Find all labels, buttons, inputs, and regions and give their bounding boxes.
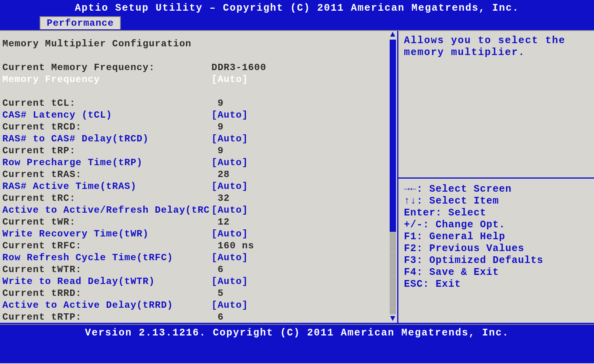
setting-row[interactable]: Write Recovery Time(tWR)[Auto] — [2, 228, 393, 240]
row-value: [Auto] — [211, 228, 393, 240]
setting-row[interactable]: Active to Active Delay(tRRD)[Auto] — [2, 299, 393, 311]
row-value: 28 — [211, 169, 393, 181]
row-value: 9 — [211, 121, 393, 133]
scroll-track[interactable] — [390, 40, 396, 314]
row-label: Write to Read Delay(tWTR) — [2, 276, 211, 288]
row-label: RAS# to CAS# Delay(tRCD) — [2, 133, 211, 145]
row-label: Row Refresh Cycle Time(tRFC) — [2, 252, 211, 264]
row-label: Current tWR: — [2, 216, 211, 228]
row-label: Write Recovery Time(tWR) — [2, 228, 211, 240]
info-row: Current tRFC: 160 ns — [2, 240, 393, 252]
scrollbar[interactable]: ▲ ▼ — [388, 31, 397, 323]
info-row: Current tRTP: 6 — [2, 311, 393, 323]
nav-hint: Enter: Select — [404, 207, 590, 219]
row-label: RAS# Active Time(tRAS) — [2, 181, 211, 192]
scroll-up-icon[interactable]: ▲ — [390, 31, 396, 39]
row-label: Current tRC: — [2, 192, 211, 204]
row-value: [Auto] — [211, 109, 393, 121]
nav-hint: F1: General Help — [404, 231, 590, 243]
tab-row: Performance — [0, 16, 594, 29]
row-value: 9 — [211, 97, 393, 109]
row-label: Current tRFC: — [2, 240, 211, 252]
nav-hint: →←: Select Screen — [404, 183, 590, 195]
row-label: Current tRRD: — [2, 288, 211, 299]
nav-hint: +/-: Change Opt. — [404, 219, 590, 231]
row-label: Current tRAS: — [2, 169, 211, 181]
info-row: Current tRC: 32 — [2, 192, 393, 204]
section-title: Memory Multiplier Configuration — [2, 38, 393, 50]
info-row: Current tRRD: 5 — [2, 288, 393, 299]
setting-row[interactable]: Active to Active/Refresh Delay(tRC[Auto] — [2, 204, 393, 216]
row-value: 5 — [211, 288, 393, 299]
help-text: Allows you to select the memory multipli… — [404, 35, 590, 177]
info-row: Current tRCD: 9 — [2, 121, 393, 133]
row-value: 160 ns — [211, 240, 393, 252]
info-row: Current tWTR: 6 — [2, 264, 393, 276]
row-value: 32 — [211, 192, 393, 204]
spacer — [2, 50, 393, 62]
row-value: [Auto] — [211, 133, 393, 145]
setting-row[interactable]: Row Refresh Cycle Time(tRFC)[Auto] — [2, 252, 393, 264]
row-label: Active to Active Delay(tRRD) — [2, 299, 211, 311]
footer-text: Version 2.13.1216. Copyright (C) 2011 Am… — [0, 327, 594, 339]
row-value: [Auto] — [211, 252, 393, 264]
row-value: 6 — [211, 264, 393, 276]
tab-performance[interactable]: Performance — [40, 16, 121, 29]
body-area: Memory Multiplier Configuration Current … — [0, 31, 594, 324]
row-label: CAS# Latency (tCL) — [2, 109, 211, 121]
divider — [398, 177, 594, 179]
scroll-thumb[interactable] — [390, 40, 396, 232]
nav-hint: F2: Previous Values — [404, 243, 590, 255]
setting-row[interactable]: Row Precharge Time(tRP)[Auto] — [2, 157, 393, 169]
row-value: 6 — [211, 311, 393, 323]
info-row: Current tRAS: 28 — [2, 169, 393, 181]
setting-row[interactable]: Write to Read Delay(tWTR)[Auto] — [2, 276, 393, 288]
setting-row[interactable]: CAS# Latency (tCL)[Auto] — [2, 109, 393, 121]
info-row: Current tCL: 9 — [2, 97, 393, 109]
scroll-down-icon[interactable]: ▼ — [390, 315, 396, 323]
spacer — [2, 86, 393, 97]
info-row: Current tRP: 9 — [2, 145, 393, 157]
header-title: Aptio Setup Utility – Copyright (C) 2011… — [0, 0, 594, 14]
row-value: [Auto] — [211, 276, 393, 288]
info-row: Current tWR: 12 — [2, 216, 393, 228]
settings-list: Current Memory Frequency:DDR3-1600Memory… — [2, 62, 393, 323]
row-value: DDR3-1600 — [211, 62, 393, 74]
nav-hint: F4: Save & Exit — [404, 267, 590, 278]
row-value: [Auto] — [211, 74, 393, 86]
setting-row[interactable]: Memory Frequency[Auto] — [2, 74, 393, 86]
row-value: [Auto] — [211, 181, 393, 192]
row-label: Current tRTP: — [2, 311, 211, 323]
info-row: Current Memory Frequency:DDR3-1600 — [2, 62, 393, 74]
row-value: [Auto] — [211, 204, 393, 216]
header-bar: Aptio Setup Utility – Copyright (C) 2011… — [0, 0, 594, 31]
row-label: Current tWTR: — [2, 264, 211, 276]
row-value: 12 — [211, 216, 393, 228]
footer-bar: Version 2.13.1216. Copyright (C) 2011 Am… — [0, 324, 594, 363]
setting-row[interactable]: RAS# Active Time(tRAS)[Auto] — [2, 181, 393, 192]
nav-help: →←: Select Screen↑↓: Select ItemEnter: S… — [404, 183, 590, 290]
row-label: Current Memory Frequency: — [2, 62, 211, 74]
row-label: Active to Active/Refresh Delay(tRC — [2, 204, 211, 216]
row-value: 9 — [211, 145, 393, 157]
row-label: Row Precharge Time(tRP) — [2, 157, 211, 169]
row-value: [Auto] — [211, 299, 393, 311]
nav-hint: ↑↓: Select Item — [404, 195, 590, 207]
nav-hint: F3: Optimized Defaults — [404, 255, 590, 267]
row-value: [Auto] — [211, 157, 393, 169]
row-label: Current tRCD: — [2, 121, 211, 133]
side-panel: Allows you to select the memory multipli… — [398, 31, 594, 323]
row-label: Current tCL: — [2, 97, 211, 109]
nav-hint: ESC: Exit — [404, 278, 590, 290]
main-panel: Memory Multiplier Configuration Current … — [0, 31, 398, 323]
row-label: Current tRP: — [2, 145, 211, 157]
row-label: Memory Frequency — [2, 74, 211, 86]
setting-row[interactable]: RAS# to CAS# Delay(tRCD)[Auto] — [2, 133, 393, 145]
